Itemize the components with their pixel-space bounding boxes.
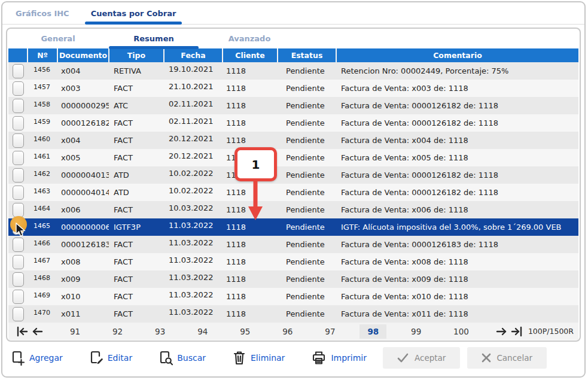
cell-num-text: 1457 <box>33 83 50 91</box>
table-body: 1456x004RETIVA19.10.20211118PendienteRet… <box>8 62 578 323</box>
page-number[interactable]: 91 <box>62 324 88 339</box>
table-row[interactable]: 1469x010FACT11.03.20221118PendienteFactu… <box>8 288 578 305</box>
edit-button[interactable]: Editar <box>89 350 132 366</box>
cell-documento: x008 <box>57 253 109 270</box>
table-row[interactable]: 14630000004014ATD10.02.20221118Pendiente… <box>8 184 578 201</box>
cell-documento: x010 <box>57 288 109 305</box>
page-number[interactable]: 100 <box>446 324 477 339</box>
cell-documento: x009 <box>57 270 109 288</box>
row-select-cell <box>8 132 28 149</box>
trash-icon <box>232 350 246 366</box>
row-checkbox[interactable] <box>13 99 24 113</box>
add-button-label: Agregar <box>29 353 63 363</box>
table-row[interactable]: 14580000000295ATC02.11.20211118Pendiente… <box>8 97 578 114</box>
cell-estatus: Pendiente <box>278 253 336 270</box>
document-plus-icon <box>11 350 25 366</box>
row-checkbox[interactable] <box>13 116 24 130</box>
add-button[interactable]: Agregar <box>11 350 63 366</box>
page-number[interactable]: 95 <box>232 324 258 339</box>
row-checkbox[interactable] <box>13 151 24 165</box>
page-number[interactable]: 93 <box>147 324 173 339</box>
row-checkbox[interactable] <box>13 290 24 304</box>
cell-estatus: Pendiente <box>278 218 336 236</box>
table-row[interactable]: 14590000126182FACT02.11.20211118Pendient… <box>8 114 578 132</box>
row-checkbox[interactable] <box>13 238 24 252</box>
table-row[interactable]: 1470x011FACT11.03.20221118PendienteFactu… <box>8 305 578 323</box>
row-checkbox[interactable] <box>13 168 24 183</box>
cell-num: 1459 <box>28 114 57 132</box>
cell-documento: 0000126183 <box>57 236 109 253</box>
row-select-cell <box>8 184 28 201</box>
tab-avanzado[interactable]: Avanzado <box>205 29 294 48</box>
row-select-cell <box>8 305 28 323</box>
row-checkbox[interactable] <box>13 64 24 78</box>
cell-cliente: 1118 <box>223 218 278 236</box>
last-page-icon[interactable] <box>509 326 525 338</box>
table-row[interactable]: 1460x004FACT20.12.20211118PendienteFactu… <box>8 132 578 149</box>
column-header-num: Nº <box>28 48 57 62</box>
cell-documento: 0000004014 <box>57 184 109 201</box>
pagination-summary: 100P/1500R <box>528 327 574 336</box>
row-select-cell <box>8 236 28 253</box>
tab-resumen[interactable]: Resumen <box>109 29 199 48</box>
page-number[interactable]: 94 <box>190 324 215 339</box>
accept-button[interactable]: Aceptar <box>383 347 460 369</box>
table-row[interactable]: 1468x009FACT11.03.20221118PendienteFactu… <box>8 270 578 288</box>
row-checkbox[interactable] <box>13 133 24 148</box>
cell-num: 1456 <box>28 62 57 80</box>
table-row[interactable]: 1467x008FACT11.03.20221118PendienteFactu… <box>8 253 578 270</box>
cell-tipo: FACT <box>109 80 164 97</box>
row-select-cell <box>8 270 28 288</box>
table-row[interactable]: 1461x005FACT20.12.20211118PendienteFactu… <box>8 149 578 166</box>
table-row[interactable]: 14660000126183FACT11.03.20221118Pendient… <box>8 236 578 253</box>
cell-num-text: 1458 <box>33 101 50 108</box>
row-checkbox[interactable] <box>13 186 24 200</box>
column-header-estatus: Estatus <box>278 48 336 62</box>
page-number[interactable]: 96 <box>275 324 300 339</box>
row-checkbox[interactable] <box>13 203 24 217</box>
table-row[interactable]: 14650000000006IGTF3P11.03.20221118Pendie… <box>8 218 578 236</box>
cancel-button[interactable]: Cancelar <box>467 347 547 369</box>
next-page-icon[interactable] <box>493 326 509 338</box>
tab-general[interactable]: General <box>13 29 103 48</box>
table-row[interactable]: 1456x004RETIVA19.10.20211118PendienteRet… <box>8 62 578 80</box>
cell-comentario: Factura de Venta: x010 de: 1118 <box>336 288 578 305</box>
cuentas-panel: General Resumen Avanzado NºDocumentoTipo… <box>6 28 581 342</box>
annotation-arrow <box>243 180 267 221</box>
delete-button[interactable]: Eliminar <box>232 350 285 366</box>
tab-cuentas-por-cobrar[interactable]: Cuentas por Cobrar <box>85 2 182 24</box>
cell-tipo: ATC <box>109 97 164 114</box>
page-number[interactable]: 99 <box>403 324 429 339</box>
cell-fecha: 10.03.2022 <box>164 201 223 218</box>
row-checkbox[interactable] <box>13 255 24 269</box>
tab-graficos-ihc[interactable]: Gráficos IHC <box>10 2 75 24</box>
table-row[interactable]: 1464x006FACT10.03.20221118PendienteFactu… <box>8 201 578 218</box>
page-number[interactable]: 98 <box>359 324 386 339</box>
cell-tipo: ATD <box>109 166 164 184</box>
cell-num: 1458 <box>28 97 57 114</box>
print-button[interactable]: Imprimir <box>311 350 367 366</box>
first-page-icon[interactable] <box>14 326 30 338</box>
cell-comentario: Factura de Venta: 0000126182 de: 1118 <box>336 114 578 132</box>
cell-comentario: Factura de Venta: 0000126182 de: 1118 <box>336 184 578 201</box>
row-checkbox[interactable] <box>13 307 24 321</box>
print-button-label: Imprimir <box>331 353 367 363</box>
cell-num-text: 1464 <box>33 205 50 212</box>
cell-tipo: IGTF3P <box>109 218 164 236</box>
row-checkbox[interactable] <box>13 81 24 96</box>
confirm-button-group: Aceptar Cancelar <box>383 347 547 369</box>
cell-fecha: 02.11.2021 <box>164 114 223 132</box>
previous-page-icon[interactable] <box>30 326 45 338</box>
cell-tipo: ATD <box>109 184 164 201</box>
cancel-button-label: Cancelar <box>496 353 532 363</box>
table-row[interactable]: 1457x003FACT21.10.20211118PendienteFactu… <box>8 80 578 97</box>
table-row[interactable]: 14620000004013ATD10.02.20221118Pendiente… <box>8 166 578 184</box>
page-number[interactable]: 92 <box>105 324 130 339</box>
cell-documento: 0000126182 <box>57 114 109 132</box>
cell-cliente: 1118 <box>223 62 278 80</box>
cell-estatus: Pendiente <box>278 236 336 253</box>
search-button[interactable]: Buscar <box>159 350 206 366</box>
row-checkbox[interactable] <box>13 272 24 287</box>
column-header-documento: Documento <box>57 48 109 62</box>
page-number[interactable]: 97 <box>317 324 343 339</box>
